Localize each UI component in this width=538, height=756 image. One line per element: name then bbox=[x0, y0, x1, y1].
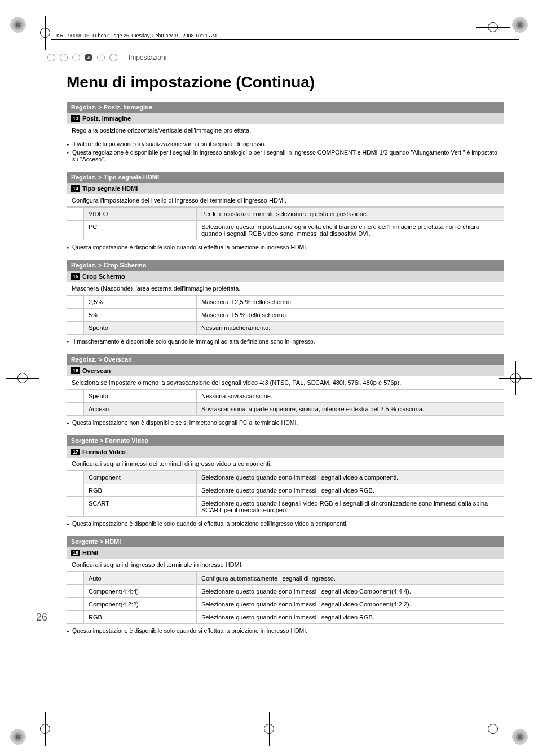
row-indent bbox=[67, 471, 84, 484]
section-header: Regolaz. > Posiz. Immagine bbox=[67, 102, 504, 113]
table-row: Component(4:4:4)Selezionare questo quand… bbox=[67, 585, 504, 598]
table-row: RGBSelezionare questo quando sono immess… bbox=[67, 611, 504, 624]
row-indent bbox=[67, 598, 84, 611]
option-description: Sovrascansiona la parte superiore, sinis… bbox=[197, 403, 504, 416]
setting-description: Configura i segnali di ingresso del term… bbox=[67, 559, 504, 572]
table-row: 2,5%Maschera il 2,5 % dello schermo. bbox=[67, 296, 504, 309]
row-indent bbox=[67, 296, 84, 309]
options-table: AutoConfigura automaticamente i segnali … bbox=[67, 572, 504, 624]
row-indent bbox=[67, 403, 84, 416]
option-description: Selezionare questo quando sono immessi i… bbox=[197, 611, 504, 624]
setting-description: Maschera (Nasconde) l'area esterna dell'… bbox=[67, 282, 504, 295]
setting-description: Configura i segnali immessi dei terminal… bbox=[67, 458, 504, 471]
setting-description: Regola la posizione orizzontale/vertical… bbox=[67, 124, 504, 137]
option-name: Component bbox=[84, 471, 197, 484]
options-table: VIDEOPer le circostanze normali, selezio… bbox=[67, 207, 504, 240]
setting-title: 15Crop Schermo bbox=[67, 271, 504, 282]
option-description: Selezionare questo quando sono immessi i… bbox=[197, 585, 504, 598]
setting-index-badge: 14 bbox=[71, 185, 80, 192]
option-name: PC bbox=[84, 221, 197, 240]
option-description: Selezionare questo quando sono immessi i… bbox=[197, 471, 504, 484]
option-description: Selezionare questo quando sono immessi i… bbox=[197, 484, 504, 497]
notes-block: Il mascheramento è disponibile solo quan… bbox=[67, 338, 504, 345]
section-header: Regolaz. > Crop Schermo bbox=[67, 260, 504, 271]
option-description: Selezionare questo quando i segnali vide… bbox=[197, 497, 504, 517]
option-description: Maschera il 2,5 % dello schermo. bbox=[197, 296, 504, 309]
options-table: SpentoNessuna sovrascansione.AccesoSovra… bbox=[67, 389, 504, 416]
page-number: 26 bbox=[36, 612, 47, 623]
note-line: Questa impostazione è disponibile solo q… bbox=[67, 627, 504, 634]
section-header: Regolaz. > Tipo segnale HDMI bbox=[67, 172, 504, 183]
option-name: Spento bbox=[84, 322, 197, 335]
setting-title-label: HDMI bbox=[82, 550, 98, 556]
note-line: Questa impostazione è disponibile solo q… bbox=[67, 520, 504, 527]
row-indent bbox=[67, 322, 84, 335]
setting-title-label: Formato Video bbox=[82, 449, 126, 455]
option-description: Selezionare questo quando sono immessi i… bbox=[197, 598, 504, 611]
row-indent bbox=[67, 309, 84, 322]
setting-title-label: Overscan bbox=[82, 367, 111, 374]
setting-index-badge: 17 bbox=[71, 449, 80, 455]
setting-title: 18HDMI bbox=[67, 547, 504, 559]
table-row: ComponentSelezionare questo quando sono … bbox=[67, 471, 504, 484]
setting-index-badge: 13 bbox=[71, 115, 80, 122]
setting-title-label: Tipo segnale HDMI bbox=[82, 185, 138, 192]
section-header: Sorgente > HDMI bbox=[67, 536, 504, 547]
setting-index-badge: 16 bbox=[71, 367, 80, 374]
row-indent bbox=[67, 221, 84, 240]
table-row: SpentoNessun mascheramento. bbox=[67, 322, 504, 335]
page-title: Menu di impostazione (Continua) bbox=[67, 73, 504, 91]
setting-description: Configura l'impostazione del livello di … bbox=[67, 194, 504, 207]
note-line: Questa regolazione è disponibile per i s… bbox=[67, 149, 504, 162]
setting-index-badge: 15 bbox=[71, 273, 80, 280]
option-name: 2,5% bbox=[84, 296, 197, 309]
option-name: Auto bbox=[84, 572, 197, 585]
row-indent bbox=[67, 611, 84, 624]
options-table: ComponentSelezionare questo quando sono … bbox=[67, 471, 504, 517]
setting-title: 13Posiz. Immagine bbox=[67, 113, 504, 124]
row-indent bbox=[67, 572, 84, 585]
table-row: AutoConfigura automaticamente i segnali … bbox=[67, 572, 504, 585]
notes-block: Il valore della posizione di visualizzaz… bbox=[67, 140, 504, 162]
setting-index-badge: 18 bbox=[71, 550, 80, 556]
note-line: Questa impostazione è disponibile solo q… bbox=[67, 244, 504, 250]
options-table: 2,5%Maschera il 2,5 % dello schermo.5%Ma… bbox=[67, 295, 504, 335]
option-description: Per le circostanze normali, selezionare … bbox=[197, 208, 504, 221]
option-name: Component(4:2:2) bbox=[84, 598, 197, 611]
option-description: Nessun mascheramento. bbox=[197, 322, 504, 335]
setting-title: 17Formato Video bbox=[67, 446, 504, 458]
table-row: SCARTSelezionare questo quando i segnali… bbox=[67, 497, 504, 517]
option-name: Component(4:4:4) bbox=[84, 585, 197, 598]
table-row: VIDEOPer le circostanze normali, selezio… bbox=[67, 208, 504, 221]
table-row: 5%Maschera il 5 % dello schermo. bbox=[67, 309, 504, 322]
table-row: PCSelezionare questa impostazione ogni v… bbox=[67, 221, 504, 240]
table-row: AccesoSovrascansiona la parte superiore,… bbox=[67, 403, 504, 416]
setting-title-label: Posiz. Immagine bbox=[82, 115, 131, 122]
row-indent bbox=[67, 497, 84, 517]
table-row: RGBSelezionare questo quando sono immess… bbox=[67, 484, 504, 497]
notes-block: Questa impostazione è disponibile solo q… bbox=[67, 244, 504, 250]
option-description: Selezionare questa impostazione ogni vol… bbox=[197, 221, 504, 240]
option-name: Acceso bbox=[84, 403, 197, 416]
notes-block: Questa impostazione non è disponibile se… bbox=[67, 419, 504, 426]
note-line: Questa impostazione non è disponibile se… bbox=[67, 419, 504, 426]
option-name: RGB bbox=[84, 484, 197, 497]
section-header: Regolaz. > Overscan bbox=[67, 354, 504, 365]
notes-block: Questa impostazione è disponibile solo q… bbox=[67, 627, 504, 634]
row-indent bbox=[67, 390, 84, 403]
note-line: Il mascheramento è disponibile solo quan… bbox=[67, 338, 504, 345]
option-name: RGB bbox=[84, 611, 197, 624]
setting-title: 14Tipo segnale HDMI bbox=[67, 183, 504, 194]
option-description: Maschera il 5 % dello schermo. bbox=[197, 309, 504, 322]
option-name: VIDEO bbox=[84, 208, 197, 221]
option-description: Configura automaticamente i segnali di i… bbox=[197, 572, 504, 585]
table-row: SpentoNessuna sovrascansione. bbox=[67, 390, 504, 403]
option-name: SCART bbox=[84, 497, 197, 517]
setting-title: 16Overscan bbox=[67, 365, 504, 376]
setting-title-label: Crop Schermo bbox=[82, 273, 125, 280]
section-header: Sorgente > Formato Video bbox=[67, 435, 504, 446]
note-line: Il valore della posizione di visualizzaz… bbox=[67, 140, 504, 147]
table-row: Component(4:2:2)Selezionare questo quand… bbox=[67, 598, 504, 611]
row-indent bbox=[67, 208, 84, 221]
notes-block: Questa impostazione è disponibile solo q… bbox=[67, 520, 504, 527]
